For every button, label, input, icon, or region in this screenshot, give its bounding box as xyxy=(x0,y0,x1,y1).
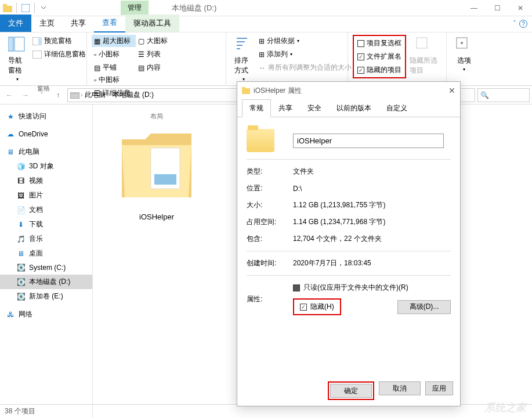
svg-rect-2 xyxy=(21,4,30,12)
sidebar-onedrive[interactable]: ☁OneDrive xyxy=(0,127,92,141)
drive-icon xyxy=(70,92,79,99)
close-button[interactable]: ✕ xyxy=(509,0,532,16)
svg-rect-1 xyxy=(3,4,7,6)
svg-rect-15 xyxy=(242,88,250,94)
readonly-checkbox[interactable] xyxy=(293,284,300,291)
dropdown-icon[interactable] xyxy=(38,3,49,13)
sidebar-drive-c[interactable]: 💽System (C:) xyxy=(0,261,92,275)
add-columns-button[interactable]: ⊞添加列▾ xyxy=(256,48,354,60)
list-view[interactable]: ☰列表 xyxy=(136,48,176,60)
folder-icon xyxy=(247,129,274,152)
preview-pane-button[interactable]: 预览窗格 xyxy=(30,35,88,47)
folder-icon xyxy=(2,3,13,13)
ribbon-tabs: 文件 主页 共享 查看 驱动器工具 ˇ ? xyxy=(0,16,532,33)
sidebar-quick-access[interactable]: ★快速访问 xyxy=(0,109,92,124)
tab-share[interactable]: 共享 xyxy=(63,15,94,32)
dialog-close-button[interactable]: ✕ xyxy=(448,86,455,95)
dialog-tab-general[interactable]: 常规 xyxy=(242,99,271,117)
title-bar: 管理 本地磁盘 (D:) — ☐ ✕ xyxy=(0,0,532,16)
sidebar-downloads[interactable]: ⬇下载 xyxy=(0,217,92,232)
help-question-icon[interactable]: ? xyxy=(519,20,527,28)
hidden-checkbox[interactable] xyxy=(300,304,307,311)
svg-rect-7 xyxy=(32,51,42,59)
svg-rect-4 xyxy=(15,37,24,51)
svg-rect-6 xyxy=(38,37,42,45)
back-button[interactable]: ← xyxy=(2,88,16,102)
small-icons[interactable]: ▫小图标 xyxy=(92,48,136,60)
dialog-tab-security[interactable]: 安全 xyxy=(300,99,329,117)
extra-large-icons[interactable]: ▦超大图标 xyxy=(92,35,136,47)
content-view[interactable]: ▤内容 xyxy=(136,62,176,74)
sidebar-network[interactable]: 🖧网络 xyxy=(0,307,92,322)
window-title: 本地磁盘 (D:) xyxy=(149,3,462,13)
tab-view[interactable]: 查看 xyxy=(94,14,125,33)
hide-selected-button: 隐藏所选项目 xyxy=(406,35,441,77)
dialog-tab-custom[interactable]: 自定义 xyxy=(379,99,415,117)
up-button[interactable]: ↑ xyxy=(51,88,65,102)
svg-rect-3 xyxy=(8,37,13,51)
dialog-tabs: 常规 共享 安全 以前的版本 自定义 xyxy=(237,99,460,117)
minimize-button[interactable]: — xyxy=(462,0,486,16)
apply-button[interactable]: 应用 xyxy=(425,381,453,395)
sidebar-music[interactable]: 🎵音乐 xyxy=(0,232,92,246)
search-input[interactable]: 🔍 xyxy=(477,88,530,102)
sidebar-3d[interactable]: 🧊3D 对象 xyxy=(0,159,92,174)
watermark: 系统之家 xyxy=(484,401,526,415)
size-value: 1.12 GB (1,213,981,755 字节) xyxy=(293,200,451,210)
context-tab-manage[interactable]: 管理 xyxy=(121,1,149,15)
maximize-button[interactable]: ☐ xyxy=(486,0,509,16)
sidebar-videos[interactable]: 🎞视频 xyxy=(0,174,92,188)
details-pane-button[interactable]: 详细信息窗格 xyxy=(30,48,88,60)
tiles-view[interactable]: ▤平铺 xyxy=(92,62,136,74)
options-button[interactable]: 选项▾ xyxy=(451,35,477,73)
hidden-items-toggle[interactable]: 隐藏的项目 xyxy=(355,64,404,76)
dialog-tab-previous[interactable]: 以前的版本 xyxy=(329,99,379,117)
ribbon: 导航窗格 ▾ 预览窗格 详细信息窗格 窗格 ▦超大图标 ▫小图标 ▤平铺 ▢大图… xyxy=(0,33,532,86)
svg-rect-11 xyxy=(70,93,79,99)
sidebar-drive-e[interactable]: 💽新加卷 (E:) xyxy=(0,289,92,304)
medium-icons[interactable]: ▫中图标 xyxy=(92,74,138,86)
large-icons[interactable]: ▢大图标 xyxy=(136,35,176,47)
sidebar-pictures[interactable]: 🖼图片 xyxy=(0,188,92,203)
svg-rect-16 xyxy=(242,87,245,89)
tab-file[interactable]: 文件 xyxy=(0,15,31,32)
svg-rect-8 xyxy=(417,38,427,48)
help-icon[interactable]: ˇ xyxy=(513,20,516,28)
file-extensions-toggle[interactable]: 文件扩展名 xyxy=(355,51,404,63)
properties-icon[interactable] xyxy=(20,3,31,13)
ok-button[interactable]: 确定 xyxy=(330,384,372,398)
sidebar-drive-d[interactable]: 💽本地磁盘 (D:) xyxy=(0,275,92,289)
dialog-title-text: iOSHelper 属性 xyxy=(254,86,302,96)
folder-large-icon xyxy=(110,116,203,209)
sidebar-documents[interactable]: 📄文档 xyxy=(0,203,92,217)
search-icon: 🔍 xyxy=(480,91,489,99)
folder-label: iOSHelper xyxy=(139,212,174,221)
sidebar-desktop[interactable]: 🖥桌面 xyxy=(0,246,92,261)
location-value: D:\ xyxy=(293,185,451,193)
tab-drive-tools[interactable]: 驱动器工具 xyxy=(125,15,179,32)
folder-item[interactable]: iOSHelper xyxy=(104,116,209,221)
breadcrumb-this-pc[interactable]: 此电脑 xyxy=(84,90,107,100)
breadcrumb-drive-d[interactable]: 本地磁盘 (D:) xyxy=(111,90,155,100)
recent-locations[interactable]: ˅ xyxy=(35,88,49,102)
nav-pane-button[interactable]: 导航窗格 ▾ xyxy=(5,35,30,83)
type-value: 文件夹 xyxy=(293,167,451,176)
size-columns-button: ↔将所有列调整为合适的大小 xyxy=(256,62,354,74)
folder-small-icon xyxy=(242,87,250,94)
item-count: 38 个项目 xyxy=(5,406,35,416)
forward-button: → xyxy=(19,88,32,102)
tab-home[interactable]: 主页 xyxy=(31,15,63,32)
item-checkboxes-toggle[interactable]: 项目复选框 xyxy=(355,37,404,49)
name-input[interactable] xyxy=(293,134,444,148)
sort-by-button[interactable]: 排序方式▾ xyxy=(231,35,256,83)
advanced-button[interactable]: 高级(D)... xyxy=(397,300,451,314)
svg-point-10 xyxy=(461,42,463,44)
properties-dialog: iOSHelper 属性 ✕ 常规 共享 安全 以前的版本 自定义 类型:文件夹… xyxy=(237,81,461,406)
group-by-button[interactable]: ⊞分组依据▾ xyxy=(256,35,354,47)
size-on-disk-value: 1.14 GB (1,234,771,968 字节) xyxy=(293,217,451,227)
created-value: 2020年7月7日，18:03:45 xyxy=(293,258,451,268)
dialog-tab-share[interactable]: 共享 xyxy=(271,99,300,117)
svg-rect-13 xyxy=(154,174,176,185)
sidebar-this-pc[interactable]: 🖥此电脑 xyxy=(0,145,92,159)
cancel-button[interactable]: 取消 xyxy=(379,381,421,395)
